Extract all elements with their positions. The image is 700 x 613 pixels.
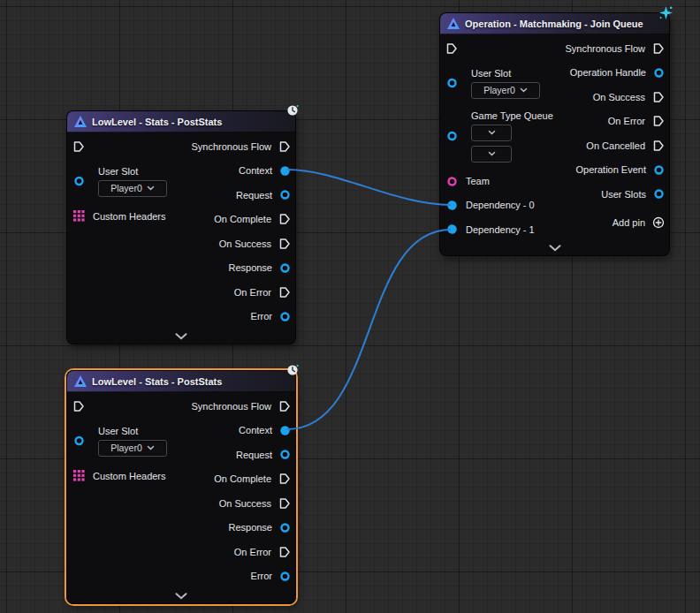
node-header[interactable]: LowLevel - Stats - PostStats bbox=[67, 371, 295, 392]
user-slot-pin-icon[interactable] bbox=[73, 175, 85, 186]
exec-out-pin-icon[interactable] bbox=[278, 497, 291, 510]
pin-row-on-complete[interactable]: On Complete bbox=[214, 467, 295, 492]
pin-row-exec-in[interactable] bbox=[440, 36, 458, 61]
chevron-down-icon bbox=[520, 87, 528, 93]
pin-row-exec-in[interactable] bbox=[67, 134, 85, 159]
collapse-chevron-icon[interactable] bbox=[440, 245, 669, 252]
pin-row-synchronous-flow[interactable]: Synchronous Flow bbox=[192, 134, 296, 159]
node-header[interactable]: LowLevel - Stats - PostStats bbox=[67, 111, 295, 132]
accelbyte-logo-icon bbox=[447, 18, 460, 29]
exec-out-pin-icon[interactable] bbox=[652, 115, 665, 127]
blueprint-canvas[interactable]: Operation - Matchmaking - Join Queue Use… bbox=[0, 0, 700, 613]
latent-clock-icon bbox=[286, 104, 299, 117]
exec-out-pin-icon[interactable] bbox=[278, 473, 291, 485]
pin-row-on-complete[interactable]: On Complete bbox=[214, 208, 295, 232]
operation-handle-pin-icon[interactable] bbox=[653, 67, 665, 79]
pin-row-context[interactable]: Context bbox=[239, 159, 295, 184]
pin-row-response[interactable]: Response bbox=[228, 516, 295, 541]
node-join-queue[interactable]: Operation - Matchmaking - Join Queue Use… bbox=[439, 12, 670, 256]
pin-row-request[interactable]: Request bbox=[236, 183, 295, 208]
custom-headers-map-pin-icon[interactable] bbox=[73, 210, 85, 222]
dependency-1-pin-icon[interactable] bbox=[446, 223, 458, 235]
wire-context-to-dependency-1[interactable] bbox=[287, 230, 451, 429]
user-slot-label: User Slot bbox=[471, 67, 540, 79]
pin-row-on-error[interactable]: On Error bbox=[608, 110, 669, 134]
pin-label: Response bbox=[228, 262, 272, 273]
user-slot-dropdown[interactable]: Player0 bbox=[98, 440, 167, 457]
exec-in-pin-icon[interactable] bbox=[72, 140, 85, 153]
pin-row-custom-headers[interactable]: Custom Headers bbox=[67, 467, 166, 485]
exec-out-pin-icon[interactable] bbox=[652, 42, 665, 55]
node-poststats-top[interactable]: LowLevel - Stats - PostStats User Slot P… bbox=[66, 110, 296, 344]
response-pin-icon[interactable] bbox=[279, 262, 291, 274]
pin-row-on-error[interactable]: On Error bbox=[234, 280, 295, 305]
user-slot-dropdown[interactable]: Player0 bbox=[471, 82, 540, 99]
pin-row-error[interactable]: Error bbox=[251, 305, 295, 329]
pin-row-on-success[interactable]: On Success bbox=[219, 231, 295, 256]
context-pin-icon[interactable] bbox=[279, 165, 291, 177]
error-pin-icon[interactable] bbox=[279, 571, 291, 582]
user-slot-label: User Slot bbox=[98, 425, 167, 437]
pin-row-operation-event[interactable]: Operation Event bbox=[576, 158, 670, 183]
pin-row-error[interactable]: Error bbox=[251, 564, 295, 589]
pin-row-synchronous-flow[interactable]: Synchronous Flow bbox=[566, 36, 670, 61]
pin-row-synchronous-flow[interactable]: Synchronous Flow bbox=[192, 394, 296, 419]
node-body: User Slot Player0 Custom Headers bbox=[67, 132, 295, 344]
request-pin-icon[interactable] bbox=[279, 189, 291, 201]
pin-label: On Success bbox=[219, 498, 271, 509]
pin-row-on-cancelled[interactable]: On Cancelled bbox=[586, 133, 669, 158]
pin-row-request[interactable]: Request bbox=[236, 443, 295, 467]
pin-row-exec-in[interactable] bbox=[67, 394, 85, 419]
exec-out-pin-icon[interactable] bbox=[278, 400, 291, 412]
input-pins-column: User Slot Player0 Custom Headers bbox=[67, 394, 167, 485]
game-type-queue-pin-icon[interactable] bbox=[446, 130, 458, 141]
pin-row-user-slots[interactable]: User Slots bbox=[601, 182, 669, 207]
collapse-chevron-icon[interactable] bbox=[67, 593, 295, 600]
exec-out-pin-icon[interactable] bbox=[652, 91, 665, 103]
dependency-0-pin-icon[interactable] bbox=[446, 200, 458, 211]
user-slot-value: Player0 bbox=[483, 85, 515, 95]
user-slots-pin-icon[interactable] bbox=[653, 188, 665, 200]
exec-in-pin-icon[interactable] bbox=[445, 42, 458, 55]
exec-out-pin-icon[interactable] bbox=[278, 238, 291, 250]
pin-label: Response bbox=[228, 522, 272, 533]
exec-out-pin-icon[interactable] bbox=[278, 140, 291, 153]
team-pin-icon[interactable] bbox=[446, 176, 458, 187]
context-pin-icon[interactable] bbox=[279, 425, 291, 436]
pin-row-on-error[interactable]: On Error bbox=[234, 540, 295, 564]
user-slot-pin-icon[interactable] bbox=[446, 77, 458, 88]
request-pin-icon[interactable] bbox=[279, 449, 291, 460]
collapse-chevron-icon[interactable] bbox=[67, 333, 295, 340]
pin-row-response[interactable]: Response bbox=[228, 256, 295, 281]
operation-event-pin-icon[interactable] bbox=[653, 164, 665, 176]
pin-row-team[interactable]: Team bbox=[440, 170, 490, 193]
pin-row-on-success[interactable]: On Success bbox=[219, 491, 295, 516]
wire-context-to-dependency-0[interactable] bbox=[287, 170, 451, 205]
exec-out-pin-icon[interactable] bbox=[652, 140, 665, 152]
node-header[interactable]: Operation - Matchmaking - Join Queue bbox=[440, 13, 669, 34]
pin-row-context[interactable]: Context bbox=[239, 419, 295, 443]
output-pins-column: Synchronous Flow Context Request On Comp… bbox=[192, 134, 296, 329]
node-poststats-bottom[interactable]: LowLevel - Stats - PostStats User Slot P… bbox=[66, 370, 296, 604]
exec-out-pin-icon[interactable] bbox=[278, 213, 291, 225]
pin-row-dependency-0[interactable]: Dependency - 0 bbox=[440, 193, 535, 218]
exec-in-pin-icon[interactable] bbox=[72, 400, 85, 412]
error-pin-icon[interactable] bbox=[279, 311, 291, 322]
pin-label: Context bbox=[239, 425, 272, 435]
exec-out-pin-icon[interactable] bbox=[278, 286, 291, 299]
game-type-queue-label: Game Type Queue bbox=[471, 110, 553, 122]
add-pin-button[interactable]: Add pin bbox=[612, 211, 669, 235]
response-pin-icon[interactable] bbox=[279, 522, 291, 534]
game-type-queue-dropdown-2[interactable] bbox=[471, 146, 512, 163]
exec-out-pin-icon[interactable] bbox=[278, 546, 291, 558]
user-slot-dropdown[interactable]: Player0 bbox=[98, 180, 167, 197]
user-slot-pin-icon[interactable] bbox=[73, 435, 85, 446]
custom-headers-map-pin-icon[interactable] bbox=[73, 470, 85, 481]
game-type-queue-dropdown-1[interactable] bbox=[471, 125, 512, 141]
pin-row-dependency-1[interactable]: Dependency - 1 bbox=[440, 217, 535, 242]
chevron-down-icon bbox=[488, 151, 496, 156]
pin-row-custom-headers[interactable]: Custom Headers bbox=[67, 208, 166, 225]
user-slot-field: User Slot Player0 bbox=[471, 67, 540, 99]
pin-row-operation-handle[interactable]: Operation Handle bbox=[570, 61, 669, 86]
pin-row-on-success[interactable]: On Success bbox=[593, 85, 669, 110]
